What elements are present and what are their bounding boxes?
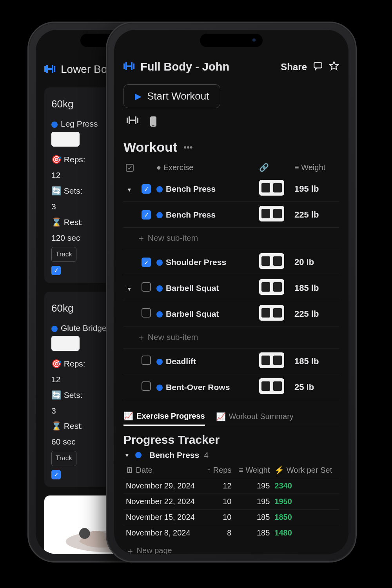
svg-rect-14 [127,118,128,123]
svg-rect-1 [46,65,48,73]
dot-icon [135,452,142,458]
svg-rect-16 [130,120,135,121]
tracker-group-name: Bench Press [149,450,199,460]
exercise-name: Bench Press [166,184,216,193]
table-row[interactable]: ▼Barbell Squat185 lb [123,275,339,301]
work-cell: 1480 [272,525,339,541]
tab-workout-summary[interactable]: 📈 Workout Summary [216,407,294,426]
share-button[interactable]: Share [281,62,307,73]
hourglass-icon: ⌛ [51,421,64,430]
row-checkbox[interactable] [142,356,151,365]
start-label: Start Workout [147,90,209,102]
disclosure-icon[interactable]: ▼ [126,286,133,292]
svg-rect-20 [152,125,154,126]
new-sub-item[interactable]: ＋ New sub-item [123,228,339,249]
exercise-thumb[interactable] [259,253,284,269]
star-icon[interactable] [329,61,339,73]
exercise-name: Deadlift [166,357,196,366]
weight-value: 185 lb [292,348,339,374]
svg-rect-3 [52,65,53,73]
exercise-name: Bench Press [166,210,216,219]
hourglass-icon: ⌛ [51,218,64,227]
exercise-name: Shoulder Press [166,258,226,267]
screen-front: Full Body - John Share ▶ Start Workout [114,30,348,554]
reps-cell: 10 [203,494,234,510]
col-weight: Weight [301,163,325,172]
row-checkbox[interactable] [142,381,151,391]
exercise-thumb[interactable] [259,279,284,295]
table-row[interactable]: ▼✓Bench Press195 lb [123,176,339,202]
table-row[interactable]: Deadlift185 lb [123,348,339,374]
tracker-group-header[interactable]: ▼ Bench Press 4 [123,450,339,460]
more-icon[interactable]: ••• [183,142,192,152]
workout-table: ✓ ● Exercise 🔗 ≡ Weight ▼✓Bench Press195… [123,159,339,400]
svg-rect-7 [123,64,125,69]
rest-label: Rest: [64,421,83,430]
dot-icon [51,122,58,128]
dot-icon [156,285,163,292]
header-checkbox[interactable]: ✓ [126,164,134,172]
dot-icon [156,212,163,218]
exercise-thumb[interactable] [259,378,284,394]
dot-icon [156,385,163,391]
weight-cell: 195 [234,494,272,510]
exercise-thumb[interactable] [259,180,284,196]
table-row[interactable]: November 8, 202481851480 [123,525,339,541]
barbell-icon [123,61,134,73]
reps-label: Reps: [64,359,85,368]
dot-icon [51,326,58,332]
table-row[interactable]: November 29, 2024121952340 [123,478,339,494]
table-row[interactable]: Bent-Over Rows25 lb [123,374,339,400]
weight-value: 20 lb [292,249,339,275]
new-page-button[interactable]: ＋ New page [123,541,339,554]
comment-icon[interactable] [313,61,323,73]
table-row[interactable]: ＋ New sub-item [123,327,339,348]
done-checkbox[interactable]: ✓ [51,266,61,275]
chart-icon: 📈 [123,411,133,421]
exercise-thumb[interactable] [259,352,284,368]
table-row[interactable]: ＋ New sub-item [123,228,339,249]
disclosure-icon[interactable]: ▼ [126,187,133,193]
svg-marker-13 [330,62,338,70]
exercise-name: Barbell Squat [166,283,219,292]
track-chip[interactable]: Track [51,451,76,466]
tracker-table: 🗓 Date ↑ Reps ≡ Weight ⚡ Work per Set No… [123,462,339,541]
up-icon: ↑ [207,466,213,474]
track-chip[interactable]: Track [51,247,76,262]
disclosure-icon[interactable]: ▼ [123,452,131,458]
svg-rect-2 [48,68,52,70]
start-workout-button[interactable]: ▶ Start Workout [123,84,220,108]
new-sub-item[interactable]: ＋ New sub-item [123,327,339,348]
rest-label: Rest: [64,218,83,227]
dot-icon [156,186,163,192]
weight-value: 225 lb [292,301,339,327]
weight-value: 185 lb [292,275,339,301]
progress-heading: Progress Tracker [123,433,339,446]
done-checkbox[interactable]: ✓ [51,470,61,479]
table-row[interactable]: Barbell Squat225 lb [123,301,339,327]
svg-rect-9 [127,65,131,67]
exercise-thumb[interactable] [259,206,284,221]
phone-icon[interactable] [149,116,157,129]
row-checkbox[interactable]: ✓ [142,210,151,220]
weight-cell: 185 [234,510,272,525]
table-row[interactable]: November 22, 2024101951950 [123,494,339,510]
table-row[interactable]: ✓Bench Press225 lb [123,202,339,228]
svg-rect-18 [137,118,138,123]
row-checkbox[interactable] [142,308,151,318]
date-cell: November 22, 2024 [123,494,203,510]
target-icon: 🎯 [51,359,64,368]
row-checkbox[interactable]: ✓ [142,184,151,194]
tab-exercise-progress[interactable]: 📈 Exercise Progress [123,407,205,426]
table-row[interactable]: ✓Shoulder Press20 lb [123,249,339,275]
dot-icon [156,359,163,365]
row-checkbox[interactable] [142,282,151,292]
svg-rect-10 [131,62,132,70]
table-row[interactable]: November 15, 2024101851850 [123,510,339,525]
row-checkbox[interactable]: ✓ [142,258,151,267]
exercise-thumb[interactable] [259,305,284,321]
svg-rect-8 [125,62,127,70]
dumbbell-icon[interactable] [127,116,138,129]
weight-cell: 185 [234,525,272,541]
svg-rect-11 [133,64,134,69]
